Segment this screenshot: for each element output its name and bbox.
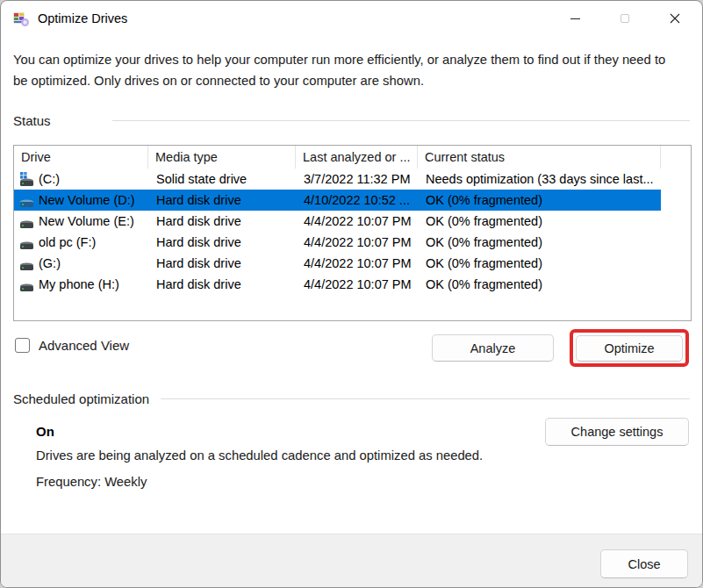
window-title: Optimize Drives bbox=[38, 11, 127, 25]
window-controls bbox=[555, 1, 695, 36]
table-body: (C:) Solid state drive 3/7/2022 11:32 PM… bbox=[14, 169, 691, 295]
close-window-button[interactable] bbox=[655, 1, 695, 36]
status-section-label: Status bbox=[13, 113, 51, 128]
last-analyzed: 4/4/2022 10:07 PM bbox=[296, 235, 418, 249]
media-type: Hard disk drive bbox=[148, 277, 296, 291]
drive-name: (G:) bbox=[39, 256, 61, 270]
scheduled-description: Drives are being analyzed on a scheduled… bbox=[36, 448, 483, 463]
minimize-icon bbox=[570, 18, 580, 19]
table-row[interactable]: (C:) Solid state drive 3/7/2022 11:32 PM… bbox=[14, 169, 691, 190]
table-row[interactable]: old pc (F:) Hard disk drive 4/4/2022 10:… bbox=[14, 232, 691, 253]
column-header-last-analyzed[interactable]: Last analyzed or ... bbox=[296, 146, 418, 169]
media-type: Hard disk drive bbox=[148, 214, 296, 228]
advanced-view-checkbox[interactable] bbox=[15, 338, 30, 353]
drive-icon bbox=[19, 172, 34, 187]
status-section-header: Status bbox=[13, 113, 690, 128]
drive-icon bbox=[19, 193, 34, 208]
table-header: Drive Media type Last analyzed or ... Cu… bbox=[14, 146, 691, 169]
last-analyzed: 4/4/2022 10:07 PM bbox=[296, 214, 418, 228]
current-status: OK (0% fragmented) bbox=[418, 193, 661, 207]
last-analyzed: 4/4/2022 10:07 PM bbox=[296, 277, 418, 291]
analyze-button[interactable]: Analyze bbox=[432, 334, 554, 362]
close-button[interactable]: Close bbox=[600, 549, 688, 578]
column-header-drive[interactable]: Drive bbox=[14, 146, 148, 169]
drive-name: My phone (H:) bbox=[39, 277, 119, 291]
optimize-drives-dialog: Optimize Drives You can optimize your dr… bbox=[0, 0, 703, 588]
drive-icon bbox=[19, 214, 34, 229]
drive-name: old pc (F:) bbox=[39, 235, 96, 249]
column-header-current-status[interactable]: Current status bbox=[418, 146, 661, 169]
last-analyzed: 3/7/2022 11:32 PM bbox=[296, 172, 418, 186]
drives-table: Drive Media type Last analyzed or ... Cu… bbox=[13, 145, 692, 321]
scheduled-section-divider bbox=[161, 398, 690, 399]
media-type: Hard disk drive bbox=[148, 193, 296, 207]
scheduled-frequency: Frequency: Weekly bbox=[36, 475, 147, 489]
scheduled-section-header: Scheduled optimization bbox=[13, 391, 690, 406]
drive-name: New Volume (E:) bbox=[39, 214, 134, 228]
scheduled-section-label: Scheduled optimization bbox=[13, 391, 149, 406]
maximize-button[interactable] bbox=[605, 1, 645, 36]
drive-icon bbox=[19, 235, 34, 250]
drive-icon bbox=[19, 277, 34, 292]
table-row[interactable]: New Volume (E:) Hard disk drive 4/4/2022… bbox=[14, 211, 691, 232]
advanced-view-label: Advanced View bbox=[39, 338, 129, 353]
footer-bar bbox=[1, 534, 702, 587]
drive-icon bbox=[19, 256, 34, 271]
scheduled-state: On bbox=[36, 424, 54, 439]
current-status: OK (0% fragmented) bbox=[418, 256, 661, 270]
change-settings-button[interactable]: Change settings bbox=[545, 418, 689, 446]
last-analyzed: 4/4/2022 10:07 PM bbox=[296, 256, 418, 270]
current-status: OK (0% fragmented) bbox=[418, 277, 661, 291]
column-header-filler bbox=[661, 146, 691, 169]
media-type: Hard disk drive bbox=[148, 256, 296, 270]
current-status: OK (0% fragmented) bbox=[418, 214, 661, 228]
column-header-media-type[interactable]: Media type bbox=[148, 146, 296, 169]
windows-logo-icon bbox=[20, 172, 27, 179]
table-row[interactable]: New Volume (D:) Hard disk drive 4/10/202… bbox=[14, 190, 691, 211]
current-status: Needs optimization (33 days since last..… bbox=[418, 172, 661, 186]
close-icon bbox=[670, 13, 680, 24]
drive-name: (C:) bbox=[39, 172, 60, 186]
intro-text: You can optimize your drives to help you… bbox=[13, 50, 673, 92]
table-row[interactable]: My phone (H:) Hard disk drive 4/4/2022 1… bbox=[14, 274, 691, 295]
optimize-button[interactable]: Optimize bbox=[576, 335, 683, 362]
media-type: Hard disk drive bbox=[148, 235, 296, 249]
title-bar: Optimize Drives bbox=[1, 1, 702, 36]
last-analyzed: 4/10/2022 10:52 ... bbox=[296, 193, 418, 207]
maximize-icon bbox=[621, 14, 629, 23]
defrag-app-icon bbox=[12, 10, 30, 27]
current-status: OK (0% fragmented) bbox=[418, 235, 661, 249]
table-row[interactable]: (G:) Hard disk drive 4/4/2022 10:07 PM O… bbox=[14, 253, 691, 274]
advanced-view-toggle[interactable]: Advanced View bbox=[15, 338, 129, 353]
media-type: Solid state drive bbox=[148, 172, 296, 186]
status-section-divider bbox=[112, 120, 690, 121]
drive-name: New Volume (D:) bbox=[39, 193, 135, 207]
minimize-button[interactable] bbox=[555, 1, 595, 36]
